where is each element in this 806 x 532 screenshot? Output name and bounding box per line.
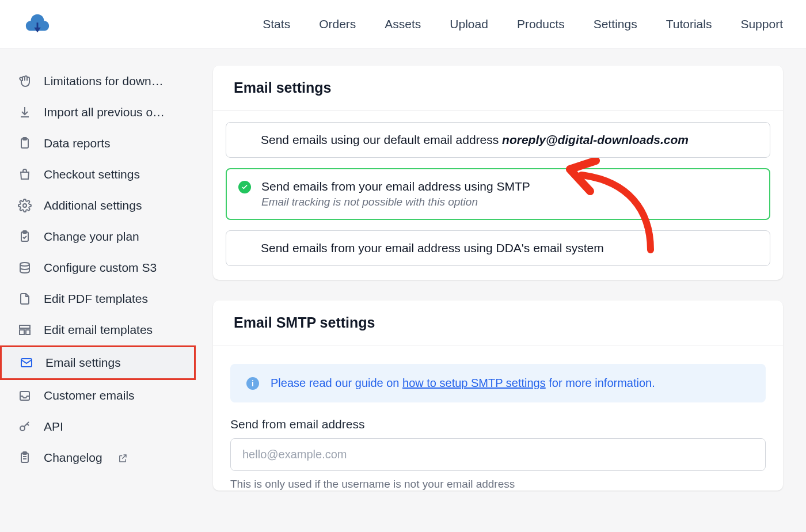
top-navigation: Stats Orders Assets Upload Products Sett…	[263, 17, 783, 31]
sidebar-item-import[interactable]: Import all previous o…	[0, 97, 196, 128]
sidebar-item-label: Edit email templates	[44, 323, 153, 337]
sidebar-item-label: Limitations for down…	[44, 74, 164, 88]
clipboard-list-icon	[17, 450, 32, 465]
sidebar-item-label: Import all previous o…	[44, 105, 165, 119]
nav-stats[interactable]: Stats	[263, 17, 290, 31]
sidebar-item-label: Data reports	[44, 136, 111, 150]
sidebar-item-api[interactable]: API	[0, 411, 196, 442]
nav-support[interactable]: Support	[740, 17, 783, 31]
clipboard-check-icon	[17, 229, 32, 244]
nav-products[interactable]: Products	[517, 17, 565, 31]
main-content: Email settings Send emails using our def…	[196, 48, 806, 532]
sidebar-item-label: API	[44, 420, 63, 434]
smtp-settings-card: Email SMTP settings i Please read our gu…	[213, 301, 783, 491]
clipboard-icon	[17, 136, 32, 151]
nav-tutorials[interactable]: Tutorials	[666, 17, 712, 31]
envelope-icon	[19, 355, 34, 370]
smtp-settings-title: Email SMTP settings	[213, 301, 783, 345]
email-settings-title: Email settings	[213, 66, 783, 111]
sidebar-item-label: Configure custom S3	[44, 261, 157, 275]
send-from-label: Send from email address	[230, 417, 766, 431]
sidebar-item-customer-emails[interactable]: Customer emails	[0, 380, 196, 411]
nav-orders[interactable]: Orders	[319, 17, 356, 31]
sidebar-item-changelog[interactable]: Changelog	[0, 442, 196, 473]
option-title: Send emails using our default email addr…	[261, 133, 756, 147]
sidebar-item-custom-s3[interactable]: Configure custom S3	[0, 252, 196, 283]
svg-point-2	[23, 204, 26, 207]
nav-upload[interactable]: Upload	[450, 17, 488, 31]
key-icon	[17, 419, 32, 434]
option-title: Send emails from your email address usin…	[261, 180, 755, 193]
email-settings-card: Email settings Send emails using our def…	[213, 66, 783, 280]
sidebar-item-email-templates[interactable]: Edit email templates	[0, 314, 196, 345]
email-option-smtp[interactable]: Send emails from your email address usin…	[226, 168, 770, 220]
sidebar-item-label: Changelog	[44, 451, 102, 465]
sidebar-item-email-settings[interactable]: Email settings	[0, 345, 196, 380]
smtp-guide-link[interactable]: how to setup SMTP settings	[402, 377, 546, 389]
hand-icon	[17, 74, 32, 89]
file-icon	[17, 291, 32, 306]
email-option-dda[interactable]: Send emails from your email address usin…	[226, 230, 770, 266]
gear-icon	[17, 198, 32, 213]
database-icon	[17, 260, 32, 275]
sidebar-item-change-plan[interactable]: Change your plan	[0, 221, 196, 252]
external-link-icon	[117, 453, 128, 463]
download-icon	[17, 105, 32, 120]
sidebar-item-label: Additional settings	[44, 199, 142, 212]
sidebar-item-label: Customer emails	[44, 389, 135, 402]
app-logo	[23, 10, 52, 39]
svg-rect-8	[26, 330, 30, 335]
sidebar-item-checkout[interactable]: Checkout settings	[0, 159, 196, 190]
svg-point-10	[20, 426, 25, 431]
email-option-default[interactable]: Send emails using our default email addr…	[226, 122, 770, 158]
nav-assets[interactable]: Assets	[385, 17, 421, 31]
sidebar-item-pdf-templates[interactable]: Edit PDF templates	[0, 283, 196, 314]
info-text: Please read our guide on how to setup SM…	[271, 377, 655, 390]
inbox-icon	[17, 388, 32, 403]
send-from-help: This is only used if the username is not…	[230, 478, 766, 491]
info-banner: i Please read our guide on how to setup …	[230, 364, 766, 402]
sidebar-item-data-reports[interactable]: Data reports	[0, 128, 196, 159]
sidebar: Limitations for down… Import all previou…	[0, 48, 196, 532]
sidebar-item-additional[interactable]: Additional settings	[0, 190, 196, 221]
topbar: Stats Orders Assets Upload Products Sett…	[0, 0, 806, 48]
svg-rect-6	[20, 325, 30, 328]
info-icon: i	[246, 377, 259, 390]
sidebar-item-limitations[interactable]: Limitations for down…	[0, 66, 196, 97]
option-subtitle: Email tracking is not possible with this…	[261, 196, 755, 208]
check-icon	[238, 181, 251, 193]
shopping-bag-icon	[17, 167, 32, 182]
option-title: Send emails from your email address usin…	[261, 241, 756, 255]
sidebar-item-label: Change your plan	[44, 230, 139, 244]
nav-settings[interactable]: Settings	[594, 17, 637, 31]
sidebar-item-label: Edit PDF templates	[44, 292, 148, 306]
sidebar-item-label: Checkout settings	[44, 168, 140, 181]
sidebar-item-label: Email settings	[45, 356, 121, 370]
template-icon	[17, 322, 32, 337]
svg-point-5	[20, 263, 29, 266]
svg-rect-7	[20, 330, 24, 335]
send-from-input[interactable]	[230, 438, 766, 471]
